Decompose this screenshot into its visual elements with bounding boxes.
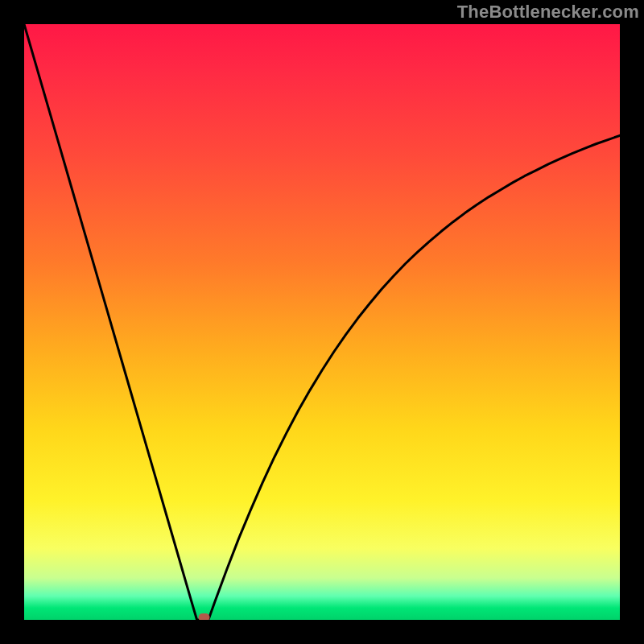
watermark-text: TheBottlenecker.com	[457, 2, 639, 23]
optimal-point-marker	[198, 613, 209, 620]
bottleneck-curve	[24, 24, 620, 620]
chart-plot	[24, 24, 620, 620]
chart-frame: TheBottlenecker.com	[0, 0, 644, 644]
